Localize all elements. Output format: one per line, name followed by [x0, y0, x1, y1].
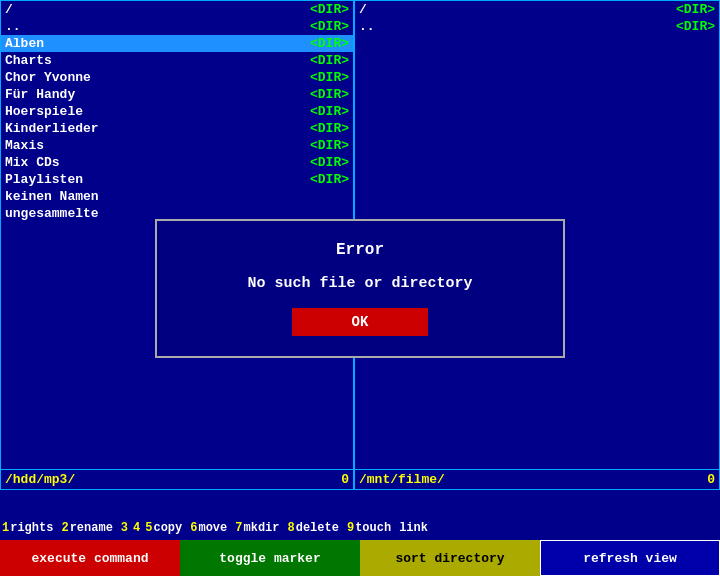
dialog-overlay: Error No such file or directory OK	[0, 0, 720, 576]
dialog-message: No such file or directory	[247, 275, 472, 292]
error-dialog: Error No such file or directory OK	[155, 219, 565, 358]
dialog-ok-button[interactable]: OK	[292, 308, 429, 336]
dialog-title: Error	[336, 241, 384, 259]
